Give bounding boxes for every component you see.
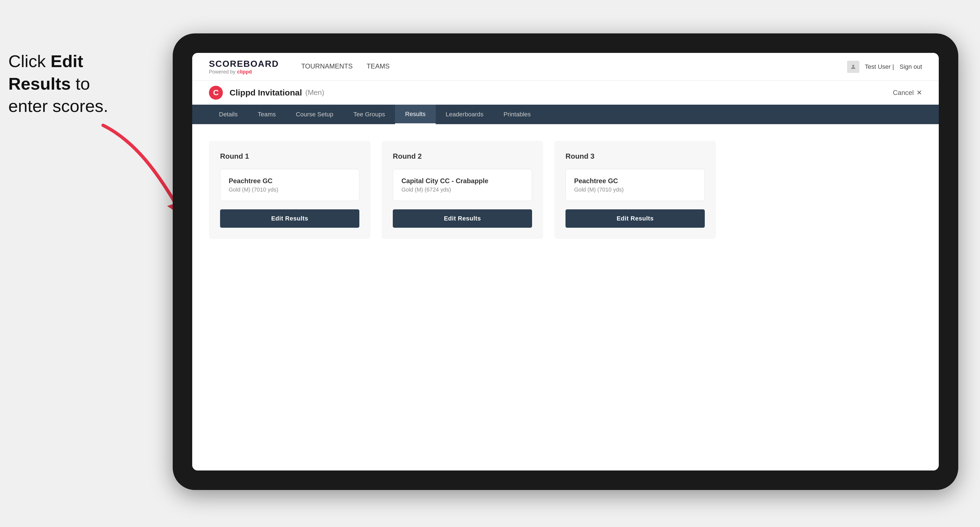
round-2-course-card: Capital City CC - Crabapple Gold (M) (67… [393, 169, 532, 201]
tournament-logo: C [209, 86, 223, 100]
cancel-button[interactable]: Cancel ✕ [893, 89, 922, 97]
round-1-title: Round 1 [220, 152, 360, 160]
round-2-course-name: Capital City CC - Crabapple [401, 177, 523, 185]
tablet-screen: SCOREBOARD Powered by clippd TOURNAMENTS… [192, 53, 939, 470]
edit-results-button-3[interactable]: Edit Results [565, 210, 705, 228]
round-2-course-details: Gold (M) (6724 yds) [401, 187, 523, 193]
edit-results-button-1[interactable]: Edit Results [220, 210, 360, 228]
edit-results-button-2[interactable]: Edit Results [393, 210, 532, 228]
round-1-card: Round 1 Peachtree GC Gold (M) (7010 yds)… [209, 141, 371, 239]
tab-course-setup[interactable]: Course Setup [286, 105, 344, 124]
round-2-title: Round 2 [393, 152, 532, 160]
sub-navigation: Details Teams Course Setup Tee Groups Re… [192, 105, 939, 124]
nav-links: TOURNAMENTS TEAMS [301, 62, 830, 71]
round-3-course-card: Peachtree GC Gold (M) (7010 yds) [565, 169, 705, 201]
tournament-subtitle: (Men) [305, 88, 324, 97]
logo-scoreboard: SCOREBOARD [209, 59, 279, 69]
tournament-header: C Clippd Invitational (Men) Cancel ✕ [192, 81, 939, 105]
nav-tournaments[interactable]: TOURNAMENTS [301, 62, 353, 71]
signout-link[interactable]: Sign out [899, 63, 922, 70]
nav-teams[interactable]: TEAMS [367, 62, 390, 71]
logo-clippd: clippd [237, 69, 252, 75]
round-3-card: Round 3 Peachtree GC Gold (M) (7010 yds)… [554, 141, 716, 239]
round-1-course-name: Peachtree GC [229, 177, 351, 185]
tab-details[interactable]: Details [209, 105, 248, 124]
instruction-block: Click Edit Results toenter scores. [8, 50, 114, 117]
nav-right: Test User | Sign out [847, 61, 922, 73]
rounds-row: Round 1 Peachtree GC Gold (M) (7010 yds)… [209, 141, 922, 239]
tab-printables[interactable]: Printables [493, 105, 541, 124]
tab-teams[interactable]: Teams [248, 105, 286, 124]
round-1-course-details: Gold (M) (7010 yds) [229, 187, 351, 193]
instruction-prefix: Click [8, 51, 51, 71]
logo-powered-by: Powered by clippd [209, 69, 279, 75]
round-3-title: Round 3 [565, 152, 705, 160]
round-3-course-name: Peachtree GC [574, 177, 696, 185]
round-3-course-details: Gold (M) (7010 yds) [574, 187, 696, 193]
top-navigation: SCOREBOARD Powered by clippd TOURNAMENTS… [192, 53, 939, 81]
tablet-frame: SCOREBOARD Powered by clippd TOURNAMENTS… [173, 33, 958, 490]
tab-tee-groups[interactable]: Tee Groups [344, 105, 395, 124]
user-label: Test User | [865, 63, 894, 70]
round-1-course-card: Peachtree GC Gold (M) (7010 yds) [220, 169, 360, 201]
svg-point-1 [852, 65, 854, 67]
main-content: Round 1 Peachtree GC Gold (M) (7010 yds)… [192, 124, 939, 470]
logo-area: SCOREBOARD Powered by clippd [209, 59, 279, 75]
tab-results[interactable]: Results [395, 105, 435, 124]
close-icon: ✕ [916, 89, 922, 97]
user-icon [847, 61, 859, 73]
tab-leaderboards[interactable]: Leaderboards [436, 105, 494, 124]
round-2-card: Round 2 Capital City CC - Crabapple Gold… [382, 141, 543, 239]
tournament-title: Clippd Invitational [229, 88, 302, 97]
